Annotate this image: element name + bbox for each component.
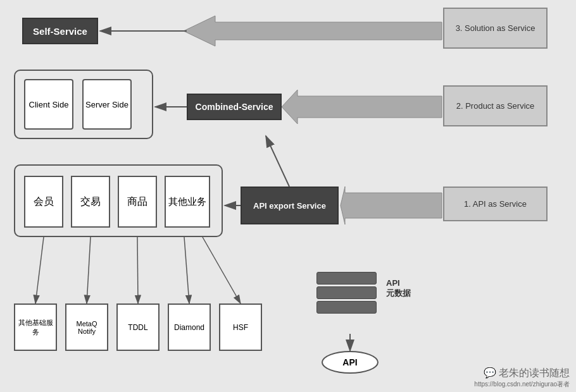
solution-service-text: 3. Solution as Service	[456, 23, 535, 33]
infra-diamond-box: Diamond	[168, 303, 211, 351]
watermark-icon: 💬 老朱的读书随想	[474, 367, 570, 380]
biz-shangpin-label: 商品	[127, 195, 147, 209]
biz-qita-box: 其他业务	[165, 176, 210, 228]
api-service-label: 1. API as Service	[443, 187, 548, 221]
biz-huiyuan-box: 会员	[24, 176, 63, 228]
infra-qita-label: 其他基础服务	[15, 318, 56, 337]
svg-line-10	[87, 237, 91, 303]
solution-service-label: 3. Solution as Service	[443, 8, 548, 49]
svg-line-11	[137, 237, 138, 303]
biz-huiyuan-label: 会员	[34, 195, 54, 209]
infra-hsf-label: HSF	[233, 323, 248, 332]
infra-hsf-box: HSF	[219, 303, 262, 351]
svg-marker-2	[184, 16, 442, 46]
server-side-label: Server Side	[85, 100, 128, 109]
self-service-label: Self-Service	[33, 26, 87, 37]
combined-service-box: Combined-Service	[187, 94, 282, 120]
infra-diamond-label: Diamond	[174, 323, 204, 332]
watermark-url: https://blog.csdn.net/zhigurao著者	[474, 380, 570, 389]
api-oval: API	[322, 351, 379, 374]
cylinder-2	[316, 286, 377, 299]
svg-line-9	[35, 237, 44, 303]
infra-metaq-box: MetaQ Notify	[65, 303, 108, 351]
svg-marker-4	[341, 187, 442, 224]
combined-service-label: Combined-Service	[196, 102, 273, 112]
diagram-container: Self-Service Client Side Server Side Com…	[0, 0, 576, 392]
client-side-label: Client Side	[29, 100, 69, 109]
infra-tddl-label: TDDL	[128, 323, 147, 332]
server-side-box: Server Side	[82, 79, 132, 130]
svg-line-12	[184, 237, 189, 303]
api-export-label: API export Service	[253, 201, 326, 211]
api-meta-stack	[316, 272, 377, 314]
product-service-label: 2. Product as Service	[443, 85, 548, 126]
biz-jiaoyi-label: 交易	[80, 195, 101, 209]
cylinder-3	[316, 301, 377, 314]
api-export-box: API export Service	[241, 187, 339, 224]
infra-tddl-box: TDDL	[116, 303, 160, 351]
svg-line-13	[203, 237, 241, 303]
client-side-box: Client Side	[24, 79, 73, 130]
watermark: 💬 老朱的读书随想 https://blog.csdn.net/zhigurao…	[474, 367, 570, 389]
biz-jiaoyi-box: 交易	[71, 176, 110, 228]
infra-qita-box: 其他基础服务	[14, 303, 57, 351]
api-service-text: 1. API as Service	[464, 199, 527, 209]
product-service-text: 2. Product as Service	[456, 101, 535, 111]
self-service-box: Self-Service	[22, 18, 98, 44]
cylinder-1	[316, 272, 377, 285]
infra-metaq-label: MetaQ Notify	[66, 320, 107, 335]
svg-line-7	[266, 136, 289, 187]
svg-marker-3	[282, 90, 442, 124]
api-oval-label: API	[342, 357, 357, 367]
biz-qita-label: 其他业务	[168, 196, 206, 208]
api-meta-label: API 元数据	[386, 278, 411, 299]
biz-shangpin-box: 商品	[118, 176, 157, 228]
